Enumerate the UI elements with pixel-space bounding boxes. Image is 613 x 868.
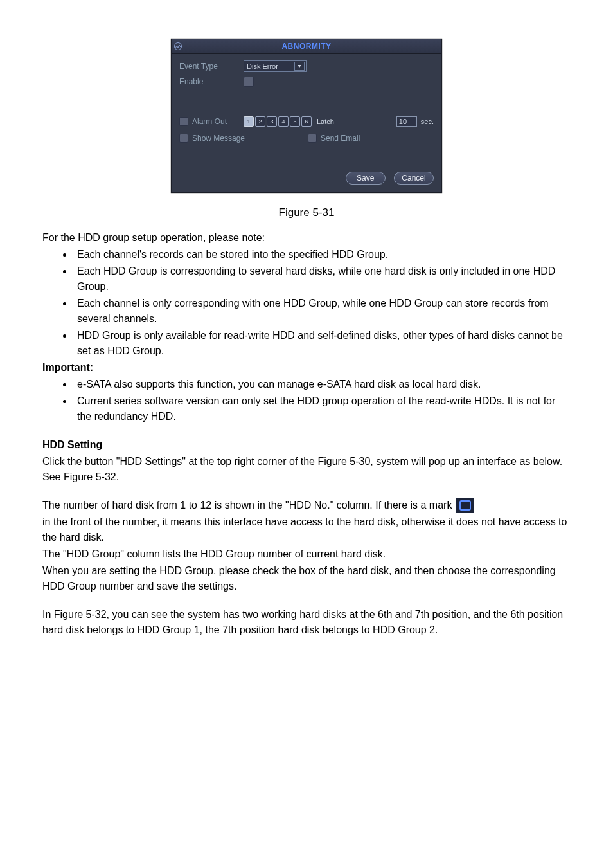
alarm-block: Alarm Out 1 2 3 4 5 6 Latch 10 <box>179 116 434 144</box>
show-message-checkbox[interactable] <box>179 134 188 143</box>
channel-5[interactable]: 5 <box>290 116 300 127</box>
list-item: Each channel is only corresponding with … <box>73 296 571 327</box>
channel-buttons: 1 2 3 4 5 6 <box>244 116 312 127</box>
mark-line-prefix: The number of hard disk from 1 to 12 is … <box>42 500 452 511</box>
intro-line: For the HDD group setup operation, pleas… <box>42 230 571 246</box>
send-email-checkbox[interactable] <box>308 134 317 143</box>
document-page: ABNORMITY Event Type Disk Error Enable <box>0 0 613 868</box>
hdd-p3: The "HDD Group" column lists the HDD Gro… <box>42 547 571 562</box>
list-item: e-SATA also supports this function, you … <box>73 377 571 392</box>
list-item: Each channel's records can be stored int… <box>73 247 571 262</box>
channel-3[interactable]: 3 <box>267 116 277 127</box>
event-type-select[interactable]: Disk Error <box>244 60 306 72</box>
label-send-email: Send Email <box>321 132 360 144</box>
bullet-list-2: e-SATA also supports this function, you … <box>42 377 571 424</box>
bullet-list-1: Each channel's records can be stored int… <box>42 247 571 359</box>
label-sec: sec. <box>421 116 434 127</box>
list-item: Each HDD Group is corresponding to sever… <box>73 264 571 294</box>
window-icon <box>172 39 184 53</box>
row-enable: Enable <box>179 76 434 87</box>
figure-caption: Figure 5-31 <box>42 204 571 221</box>
show-message-option[interactable]: Show Message <box>179 132 308 144</box>
mark-line: The number of hard disk from 1 to 12 is … <box>42 498 571 514</box>
send-email-option[interactable]: Send Email <box>308 132 360 144</box>
mark-line-suffix: in the front of the number, it means thi… <box>42 514 571 545</box>
label-alarm-out: Alarm Out <box>192 116 227 127</box>
row-show-send: Show Message Send Email <box>179 132 434 144</box>
save-button[interactable]: Save <box>346 172 386 185</box>
list-item: Current series software version can only… <box>73 393 571 424</box>
hdd-p1: Click the button "HDD Settings" at the t… <box>42 454 571 485</box>
alarm-out-option[interactable]: Alarm Out <box>179 116 244 127</box>
channel-2[interactable]: 2 <box>255 116 265 127</box>
row-event-type: Event Type Disk Error <box>179 60 434 72</box>
label-event-type: Event Type <box>179 60 244 72</box>
dialog-titlebar: ABNORMITY <box>172 39 441 54</box>
hdd-p5: In Figure 5-32, you can see the system h… <box>42 607 571 638</box>
event-type-value: Disk Error <box>247 61 293 72</box>
hdd-mark-icon <box>456 498 474 513</box>
dialog-buttons: Save Cancel <box>339 172 434 185</box>
figure-wrapper: ABNORMITY Event Type Disk Error Enable <box>42 39 571 221</box>
cancel-button[interactable]: Cancel <box>394 172 434 185</box>
chevron-down-icon[interactable] <box>294 62 305 71</box>
row-alarm-out: Alarm Out 1 2 3 4 5 6 Latch 10 <box>179 116 434 127</box>
label-show-message: Show Message <box>192 132 245 144</box>
list-item: HDD Group is only available for read-wri… <box>73 328 571 359</box>
body-text: For the HDD group setup operation, pleas… <box>42 230 571 638</box>
label-enable: Enable <box>179 76 244 87</box>
dialog-body: Event Type Disk Error Enable Alarm Out <box>172 54 441 192</box>
hdd-p4: When you are setting the HDD Group, plea… <box>42 563 571 594</box>
channel-1[interactable]: 1 <box>244 116 254 127</box>
label-latch: Latch <box>317 116 334 127</box>
dialog-title: ABNORMITY <box>184 41 441 52</box>
important-heading: Important: <box>42 360 571 375</box>
enable-checkbox[interactable] <box>244 77 254 87</box>
latch-input[interactable]: 10 <box>396 116 417 127</box>
alarm-out-checkbox[interactable] <box>179 117 188 126</box>
channel-6[interactable]: 6 <box>301 116 312 127</box>
abnormity-dialog: ABNORMITY Event Type Disk Error Enable <box>171 39 442 193</box>
channel-4[interactable]: 4 <box>278 116 289 127</box>
hdd-setting-heading: HDD Setting <box>42 437 571 453</box>
